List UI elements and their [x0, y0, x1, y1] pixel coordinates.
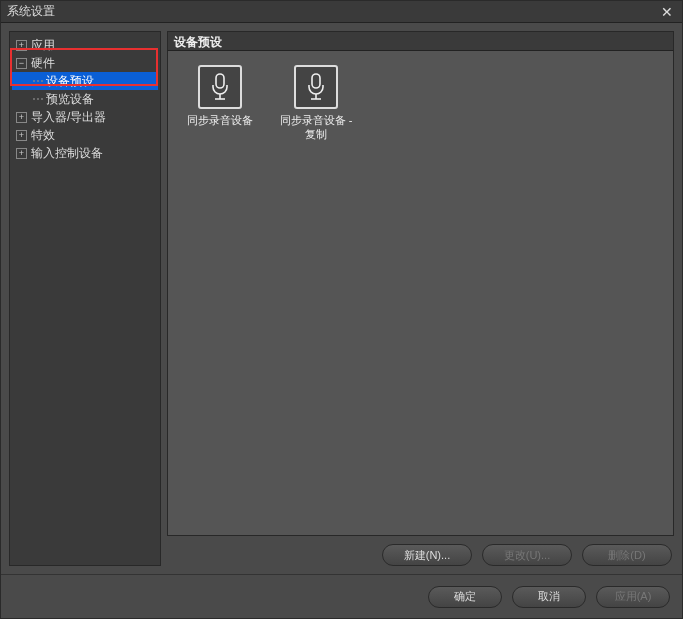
expander-plus-icon[interactable]: +: [16, 130, 27, 141]
tree-item-hardware[interactable]: − 硬件: [12, 54, 158, 72]
titlebar: 系统设置 ✕: [1, 1, 682, 23]
right-panel: 设备预设 同步录音设备: [167, 31, 674, 566]
ok-button[interactable]: 确定: [428, 586, 502, 608]
tree-label: 应用: [31, 37, 55, 54]
window-title: 系统设置: [7, 3, 658, 20]
preset-item[interactable]: 同步录音设备: [182, 65, 258, 127]
delete-button[interactable]: 删除(D): [582, 544, 672, 566]
new-button[interactable]: 新建(N)...: [382, 544, 472, 566]
close-icon[interactable]: ✕: [658, 3, 676, 21]
content-area: + 应用 − 硬件 ⋯ 设备预设 ⋯ 预览设备 + 导入器/导出器 + 特: [1, 23, 682, 574]
tree-item-preview-device[interactable]: ⋯ 预览设备: [12, 90, 158, 108]
tree-item-device-preset[interactable]: ⋯ 设备预设: [12, 72, 158, 90]
change-button[interactable]: 更改(U)...: [482, 544, 572, 566]
tree-label: 预览设备: [46, 91, 94, 108]
tree-connector-icon: ⋯: [32, 92, 46, 106]
tree-item-input-control[interactable]: + 输入控制设备: [12, 144, 158, 162]
preset-item[interactable]: 同步录音设备 - 复制: [278, 65, 354, 142]
microphone-icon: [198, 65, 242, 109]
expander-plus-icon[interactable]: +: [16, 40, 27, 51]
nav-tree: + 应用 − 硬件 ⋯ 设备预设 ⋯ 预览设备 + 导入器/导出器 + 特: [9, 31, 161, 566]
expander-minus-icon[interactable]: −: [16, 58, 27, 69]
preset-label: 同步录音设备 - 复制: [278, 113, 354, 142]
tree-item-importer-exporter[interactable]: + 导入器/导出器: [12, 108, 158, 126]
preset-label: 同步录音设备: [187, 113, 253, 127]
tree-connector-icon: ⋯: [32, 74, 46, 88]
svg-rect-3: [312, 74, 320, 88]
tree-item-effects[interactable]: + 特效: [12, 126, 158, 144]
preset-button-row: 新建(N)... 更改(U)... 删除(D): [167, 544, 674, 566]
cancel-button[interactable]: 取消: [512, 586, 586, 608]
tree-label: 特效: [31, 127, 55, 144]
expander-plus-icon[interactable]: +: [16, 148, 27, 159]
dialog-footer: 确定 取消 应用(A): [1, 574, 682, 618]
system-settings-window: 系统设置 ✕ + 应用 − 硬件 ⋯ 设备预设 ⋯ 预览设备 +: [0, 0, 683, 619]
tree-label: 导入器/导出器: [31, 109, 106, 126]
svg-rect-0: [216, 74, 224, 88]
tree-label: 设备预设: [46, 73, 94, 90]
apply-button[interactable]: 应用(A): [596, 586, 670, 608]
microphone-icon: [294, 65, 338, 109]
tree-label: 输入控制设备: [31, 145, 103, 162]
preset-list: 同步录音设备 同步录音设备 - 复制: [167, 51, 674, 536]
tree-label: 硬件: [31, 55, 55, 72]
tree-item-app[interactable]: + 应用: [12, 36, 158, 54]
expander-plus-icon[interactable]: +: [16, 112, 27, 123]
section-header: 设备预设: [167, 31, 674, 51]
